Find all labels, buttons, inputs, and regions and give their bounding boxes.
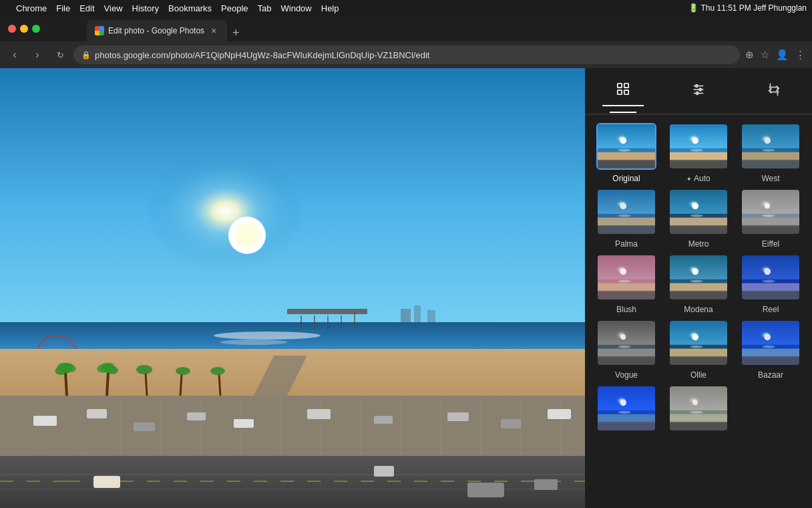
filter-item-ollie[interactable]: Ollie bbox=[665, 320, 732, 380]
filter-item-original[interactable]: Original bbox=[593, 123, 660, 183]
bookmark-button[interactable]: ☆ bbox=[759, 47, 771, 62]
filter-thumb-original bbox=[596, 123, 656, 170]
tab-close-btn[interactable]: × bbox=[208, 25, 219, 36]
menu-chrome[interactable]: Chrome bbox=[16, 3, 47, 13]
filter-item-modena[interactable]: Modena bbox=[665, 254, 732, 314]
filter-item-bazaar[interactable]: Bazaar bbox=[737, 320, 804, 380]
crop-tab[interactable] bbox=[753, 77, 795, 106]
crop-icon bbox=[767, 82, 781, 100]
menu-tab[interactable]: Tab bbox=[258, 3, 272, 13]
svg-point-7 bbox=[220, 340, 287, 345]
cast-button[interactable]: ⊕ bbox=[744, 47, 755, 62]
svg-rect-186 bbox=[670, 422, 727, 430]
svg-rect-43 bbox=[134, 422, 155, 431]
svg-rect-9 bbox=[300, 315, 302, 329]
svg-rect-40 bbox=[534, 479, 558, 490]
svg-rect-39 bbox=[467, 483, 504, 497]
url-text: photos.google.com/photo/AF1QipNpH4UgWz-8… bbox=[95, 50, 732, 60]
filter-item-west[interactable]: West bbox=[737, 123, 804, 183]
new-tab-button[interactable]: + bbox=[230, 24, 242, 41]
photo-area bbox=[0, 68, 585, 508]
filter-item-metro[interactable]: Metro bbox=[665, 188, 732, 249]
filter-item-vogue[interactable]: Vogue bbox=[593, 320, 660, 380]
filter-label-original: Original bbox=[612, 174, 640, 183]
svg-line-57 bbox=[146, 373, 147, 396]
filter-label-palma: Palma bbox=[615, 239, 638, 249]
menu-button[interactable]: ⋮ bbox=[794, 47, 807, 62]
svg-rect-67 bbox=[617, 83, 621, 87]
right-panel: Original ✦ Auto bbox=[585, 68, 812, 508]
svg-line-61 bbox=[219, 374, 220, 396]
window-close-btn[interactable] bbox=[8, 25, 16, 33]
tab-bar: Edit photo - Google Photos × + bbox=[0, 16, 812, 41]
menu-history[interactable]: History bbox=[132, 3, 159, 13]
active-tab[interactable]: Edit photo - Google Photos × bbox=[87, 20, 227, 41]
filter-label-reel: Reel bbox=[763, 305, 779, 314]
filter-item-auto[interactable]: ✦ Auto bbox=[665, 123, 732, 183]
filter-thumb-eiffel bbox=[741, 188, 801, 235]
filter-thumb-filter13 bbox=[596, 385, 656, 432]
filter-item-filter14[interactable] bbox=[665, 385, 732, 436]
window-minimize-btn[interactable] bbox=[20, 25, 28, 33]
filter-item-blush[interactable]: Blush bbox=[593, 254, 660, 314]
window-maximize-btn[interactable] bbox=[32, 25, 40, 33]
filter-thumb-ollie bbox=[668, 320, 729, 366]
svg-point-184 bbox=[690, 411, 703, 414]
filter-thumb-palma bbox=[596, 188, 656, 235]
svg-point-157 bbox=[692, 334, 698, 341]
svg-rect-50 bbox=[548, 409, 571, 419]
svg-point-150 bbox=[620, 335, 626, 340]
svg-rect-13 bbox=[354, 312, 355, 329]
filter-thumb-blush bbox=[596, 254, 656, 301]
svg-point-6 bbox=[214, 332, 321, 340]
svg-rect-114 bbox=[670, 218, 727, 227]
svg-rect-185 bbox=[670, 414, 727, 423]
filter-label-bazaar: Bazaar bbox=[758, 370, 783, 380]
filter-label-modena: Modena bbox=[684, 305, 713, 314]
tab-title: Edit photo - Google Photos bbox=[108, 26, 204, 35]
address-field[interactable]: 🔒 photos.google.com/photo/AF1QipNpH4UgWz… bbox=[73, 45, 740, 64]
svg-rect-10 bbox=[314, 315, 315, 329]
svg-rect-41 bbox=[33, 416, 57, 426]
filter-item-filter13[interactable] bbox=[593, 385, 660, 436]
adjust-tab[interactable] bbox=[678, 77, 719, 106]
filters-icon bbox=[616, 82, 630, 100]
svg-rect-45 bbox=[234, 419, 254, 428]
menu-window[interactable]: Window bbox=[281, 3, 312, 13]
menu-edit[interactable]: Edit bbox=[79, 3, 94, 13]
svg-rect-160 bbox=[670, 349, 727, 358]
forward-button[interactable]: › bbox=[28, 45, 47, 64]
menu-help[interactable]: Help bbox=[321, 3, 339, 13]
svg-rect-137 bbox=[670, 283, 727, 292]
svg-point-111 bbox=[692, 203, 698, 210]
menu-people[interactable]: People bbox=[221, 3, 248, 13]
filter-item-palma[interactable]: Palma bbox=[593, 188, 660, 249]
menu-view[interactable]: View bbox=[104, 3, 123, 13]
menu-file[interactable]: File bbox=[56, 3, 70, 13]
filter-label-eiffel: Eiffel bbox=[762, 239, 779, 249]
filter-item-reel[interactable]: Reel bbox=[737, 254, 804, 314]
svg-rect-64 bbox=[414, 305, 421, 322]
back-button[interactable]: ‹ bbox=[5, 45, 24, 64]
svg-rect-83 bbox=[598, 160, 655, 168]
svg-rect-38 bbox=[374, 466, 394, 477]
svg-rect-46 bbox=[307, 409, 331, 419]
menu-bookmarks[interactable]: Bookmarks bbox=[168, 3, 212, 13]
svg-point-74 bbox=[695, 84, 698, 87]
reload-button[interactable]: ↻ bbox=[51, 45, 69, 64]
adjust-icon bbox=[691, 82, 706, 100]
svg-rect-70 bbox=[624, 90, 628, 94]
filter-thumb-vogue bbox=[596, 320, 656, 366]
tab-favicon bbox=[95, 26, 104, 35]
svg-rect-17 bbox=[0, 396, 585, 463]
svg-point-88 bbox=[690, 149, 703, 152]
svg-rect-37 bbox=[93, 476, 120, 488]
svg-rect-42 bbox=[87, 409, 107, 418]
filters-tab[interactable] bbox=[602, 76, 644, 106]
filter-thumb-auto bbox=[668, 123, 729, 170]
filter-thumb-metro bbox=[668, 188, 729, 235]
filter-label-ollie: Ollie bbox=[690, 370, 706, 380]
filter-item-eiffel[interactable]: Eiffel bbox=[737, 188, 804, 249]
svg-point-86 bbox=[692, 138, 698, 144]
profile-button[interactable]: 👤 bbox=[775, 47, 790, 62]
